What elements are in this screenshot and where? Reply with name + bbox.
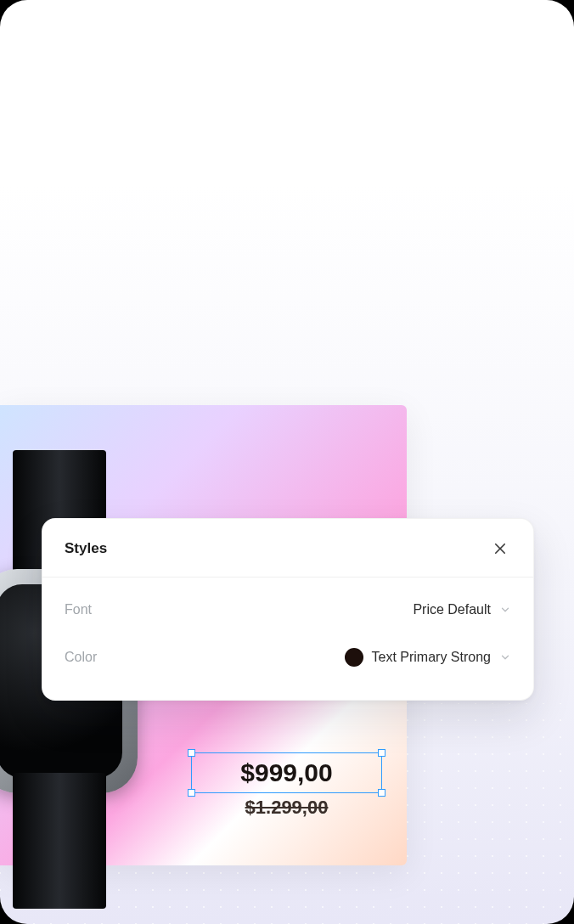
color-select-value: Text Primary Strong: [372, 650, 491, 665]
color-swatch: [345, 648, 363, 667]
design-canvas-viewport: $999,00 $1.299,00 Styles Font Price Defa…: [0, 0, 574, 924]
font-row-label: Font: [65, 602, 92, 617]
price-current[interactable]: $999,00: [192, 753, 381, 792]
styles-panel-header: Styles: [42, 519, 533, 578]
font-select-value: Price Default: [413, 602, 491, 617]
watch-band-bottom: [13, 773, 106, 909]
styles-panel-body: Font Price Default Color Text Primary St…: [42, 578, 533, 700]
color-row: Color Text Primary Strong: [65, 634, 511, 681]
close-button[interactable]: [487, 536, 513, 561]
styles-panel-title: Styles: [65, 540, 107, 557]
font-row: Font Price Default: [65, 586, 511, 634]
chevron-down-icon: [499, 604, 511, 616]
selection-handle-bl[interactable]: [188, 789, 195, 797]
selection-handle-tl[interactable]: [188, 749, 195, 757]
price-selection-group: $999,00 $1.299,00: [191, 752, 382, 819]
price-original[interactable]: $1.299,00: [191, 797, 382, 819]
chevron-down-icon: [499, 651, 511, 663]
selection-box[interactable]: $999,00: [191, 752, 382, 793]
selection-handle-br[interactable]: [378, 789, 385, 797]
selection-handle-tr[interactable]: [378, 749, 385, 757]
close-icon: [492, 541, 508, 556]
color-row-label: Color: [65, 650, 97, 665]
color-select[interactable]: Text Primary Strong: [345, 648, 511, 667]
font-select[interactable]: Price Default: [413, 602, 511, 617]
styles-panel: Styles Font Price Default Color Tex: [42, 518, 534, 701]
